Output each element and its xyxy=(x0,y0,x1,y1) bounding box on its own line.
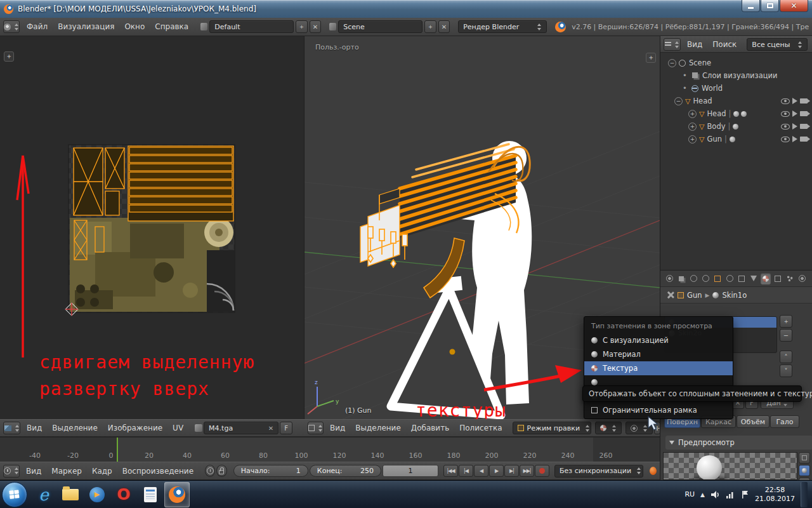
jump-to-start-button[interactable]: |◀◀ xyxy=(443,465,458,477)
scene-selector[interactable]: Scene xyxy=(338,20,422,33)
lock-time-cursor-toggle[interactable] xyxy=(216,465,226,477)
add-screen-button[interactable]: ＋ xyxy=(296,20,308,33)
menu-item[interactable]: Полисетка xyxy=(454,421,507,435)
screencast-record-button[interactable] xyxy=(650,467,657,475)
expand-icon[interactable]: + xyxy=(688,135,697,144)
collapse-icon[interactable]: − xyxy=(668,59,676,67)
taskbar-ie-icon[interactable]: e xyxy=(31,482,56,507)
window-titlebar[interactable]: Blender* [D:\МОИ МОДЕЛИ\USSA\Jelezniakov… xyxy=(0,0,812,18)
maximize-button[interactable] xyxy=(761,0,779,12)
editor-type-info-button[interactable] xyxy=(3,20,20,33)
menu-item[interactable]: Файл xyxy=(22,20,53,34)
outliner-panel[interactable]: ВидПоиск Все сцены − Scene • Слои визуал… xyxy=(660,36,812,270)
current-frame-playhead[interactable] xyxy=(117,438,118,462)
unlink-image-icon[interactable]: ✕ xyxy=(268,425,273,432)
move-slot-up-button[interactable]: ˄ xyxy=(780,351,792,363)
outliner-row-world[interactable]: • World xyxy=(660,82,812,95)
browse-scene-icon[interactable] xyxy=(329,23,336,30)
jump-next-keyframe-button[interactable]: ▶| xyxy=(504,465,519,477)
play-reverse-button[interactable]: ◀ xyxy=(474,465,488,477)
language-indicator[interactable]: RU xyxy=(684,490,695,498)
selectability-icon[interactable] xyxy=(792,123,797,130)
menu-item[interactable]: Окно xyxy=(119,20,150,34)
volume-icon[interactable] xyxy=(710,490,720,499)
timeline-ruler[interactable]: -40-200204060801001201401601802002202402… xyxy=(0,437,660,462)
editor-type-image-button[interactable] xyxy=(3,422,20,434)
preview-sphere-button[interactable] xyxy=(799,465,810,476)
show-desktop-button[interactable] xyxy=(801,482,808,507)
frame-end-field[interactable]: Конец:250 xyxy=(310,465,381,477)
menu-item[interactable]: Вид xyxy=(682,37,707,51)
tab-texture-icon[interactable] xyxy=(773,273,783,284)
viewport-shading-button[interactable] xyxy=(595,422,622,434)
minimize-button[interactable] xyxy=(742,0,760,12)
add-scene-button[interactable]: ＋ xyxy=(424,20,436,33)
play-button[interactable]: ▶ xyxy=(489,465,504,477)
menu-item[interactable]: Кадр xyxy=(87,464,117,478)
taskbar-opera-icon[interactable]: O xyxy=(111,482,136,507)
screen-layout-selector[interactable]: Default xyxy=(209,20,294,33)
browse-image-icon[interactable] xyxy=(195,424,202,432)
tray-expand-icon[interactable]: ▲ xyxy=(700,491,705,498)
frame-start-field[interactable]: Начало:1 xyxy=(233,465,308,477)
jump-prev-keyframe-button[interactable]: |◀ xyxy=(459,465,473,477)
taskbar-explorer-icon[interactable] xyxy=(58,482,83,507)
tab-physics-icon[interactable] xyxy=(797,273,807,284)
network-icon[interactable] xyxy=(726,490,735,499)
outliner-row-scene[interactable]: − Scene xyxy=(660,57,812,69)
start-button[interactable] xyxy=(2,482,27,507)
material-type-halo-button[interactable]: Гало xyxy=(770,415,799,428)
tab-material-icon[interactable] xyxy=(761,273,771,284)
menu-item[interactable]: Маркер xyxy=(46,464,87,478)
renderability-icon[interactable] xyxy=(800,124,808,129)
sync-mode-selector[interactable]: Без синхронизации xyxy=(554,465,643,478)
use-preview-range-toggle[interactable] xyxy=(205,465,215,477)
menu-item[interactable]: Вид xyxy=(22,421,47,435)
taskbar-blender-button[interactable] xyxy=(164,482,190,507)
mode-selector[interactable]: Режим правки xyxy=(513,422,591,434)
tab-particles-icon[interactable] xyxy=(785,273,795,284)
tab-modifiers-icon[interactable] xyxy=(737,273,747,284)
outliner-row-head-parent[interactable]: −▽ Head xyxy=(660,95,812,107)
menu-item[interactable]: Поиск xyxy=(707,37,742,51)
collapse-icon[interactable]: − xyxy=(674,97,683,105)
editor-type-timeline-button[interactable] xyxy=(3,465,20,478)
editor-type-outliner-button[interactable] xyxy=(664,38,681,51)
current-frame-field[interactable]: 1 xyxy=(383,465,438,477)
menu-item[interactable]: Вид xyxy=(325,421,350,435)
image-datablock[interactable]: M4.tga ✕ xyxy=(204,422,278,434)
renderability-icon[interactable] xyxy=(800,111,808,116)
selectability-icon[interactable] xyxy=(792,110,797,117)
menu-item[interactable]: Выделение xyxy=(47,421,102,435)
visibility-eye-icon[interactable] xyxy=(781,98,790,104)
shading-item-rendered[interactable]: С визуализацией xyxy=(584,333,733,347)
taskbar-clock[interactable]: 22:58 21.08.2017 xyxy=(755,486,795,504)
outliner-row-gun[interactable]: +▽ Gun | xyxy=(660,133,812,145)
tab-scene-icon[interactable] xyxy=(688,273,698,284)
uv-image-editor[interactable]: ＋ xyxy=(0,36,304,419)
windows-taskbar[interactable]: e ▶ O RU ▲ 22:58 21.08.2017 xyxy=(0,480,812,508)
tab-data-icon[interactable] xyxy=(749,273,759,284)
tab-constraints-icon[interactable] xyxy=(724,273,735,284)
outliner-row-head-child[interactable]: +▽ Head | xyxy=(660,107,812,120)
editor-type-3dview-button[interactable] xyxy=(308,422,324,434)
action-center-flag-icon[interactable] xyxy=(741,490,749,499)
delete-scene-button[interactable]: ✕ xyxy=(438,20,450,33)
taskbar-media-player-icon[interactable]: ▶ xyxy=(84,482,110,507)
render-engine-selector[interactable]: Рендер Blender xyxy=(458,20,547,33)
shading-item-material[interactable]: Материал xyxy=(584,347,733,361)
jump-to-end-button[interactable]: ▶▶| xyxy=(520,465,534,477)
outliner-row-body[interactable]: +▽ Body | xyxy=(660,120,812,133)
menu-item[interactable]: Справка xyxy=(150,20,193,34)
tab-render-layers-icon[interactable] xyxy=(676,273,686,284)
fake-user-image-button[interactable]: F xyxy=(280,422,292,434)
region-expand-button[interactable]: ＋ xyxy=(4,51,14,62)
tab-object-icon[interactable] xyxy=(712,273,723,284)
taskbar-document-app-icon[interactable] xyxy=(138,482,163,507)
selectability-icon[interactable] xyxy=(792,98,797,104)
menu-item[interactable]: UV xyxy=(167,421,188,435)
material-type-volume-button[interactable]: Объём xyxy=(737,415,769,428)
menu-item[interactable]: Изображение xyxy=(103,421,167,435)
menu-item[interactable]: Воспроизведение xyxy=(117,464,199,478)
breadcrumb-material[interactable]: Skin1o xyxy=(722,291,747,300)
